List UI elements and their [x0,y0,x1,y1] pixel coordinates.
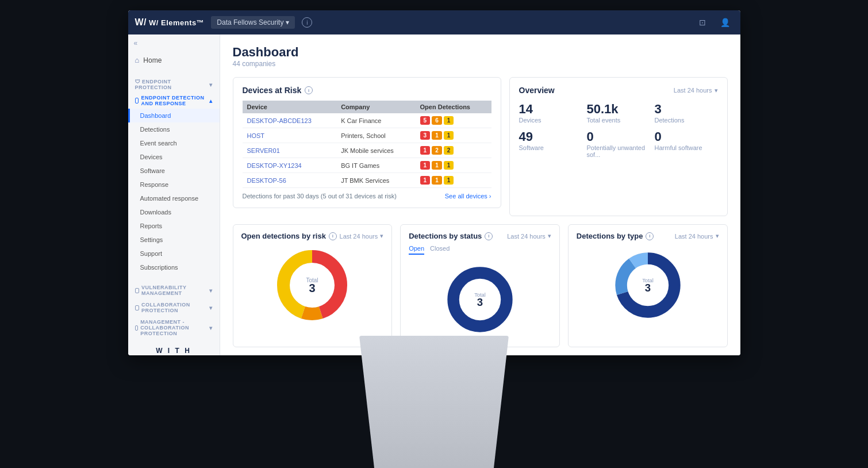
table-row[interactable]: SERVER01JK Mobile services122 [243,143,491,158]
sidebar-item-reports[interactable]: Reports [128,219,220,233]
detection-badge: 3 [420,131,431,140]
sidebar-item-settings[interactable]: Settings [128,233,220,247]
mcp-expand-icon[interactable]: ▾ [209,325,213,331]
device-name: DESKTOP-ABCDE123 [243,113,337,128]
badge-group-cell: 111 [416,173,491,188]
sidebar-section-ep-label: 🛡 ENDPOINT PROTECTION [135,79,210,90]
detections-status-info-icon[interactable]: i [485,232,493,240]
sidebar-section-edr: ENDPOINT DETECTION AND RESPONSE ▴ [128,93,220,109]
sidebar-item-automated-response[interactable]: Automated response [128,191,220,205]
overview-stat: 0Harmful software [655,131,718,158]
overview-time-label: Last 24 hours [674,87,712,94]
open-detections-info-icon[interactable]: i [329,232,337,240]
chart-detections-type-title: Detections by type i [577,232,654,240]
sidebar-collapse-button[interactable]: « [128,34,220,52]
sidebar: « ⌂ Home 🛡 ENDPOINT PROTECTION ▾ ENDPOIN… [128,34,220,355]
devices-at-risk-card: Devices at Risk i Device Company Open De… [233,77,501,208]
chart-detections-type: Detections by type i Last 24 hours ▾ [568,224,728,347]
overview-section: Overview Last 24 hours ▾ 14Devices50.1kT… [509,77,728,216]
table-row[interactable]: DESKTOP-XY1234BG IT Games111 [243,158,491,173]
overview-header: Overview Last 24 hours ▾ [519,86,718,95]
page-title: Dashboard [233,45,728,60]
detections-type-time-filter[interactable]: Last 24 hours ▾ [675,232,719,240]
sidebar-section-management-collab: MANAGEMENT - COLLABORATION PROTECTION ▾ [128,316,220,339]
devices-at-risk-info-icon[interactable]: i [305,86,313,94]
stat-value: 3 [655,103,718,116]
sidebar-home-label: Home [143,56,162,64]
table-row[interactable]: HOSTPrinters, School311 [243,128,491,143]
tenant-selector[interactable]: Data Fellows Security ▾ [211,16,295,29]
company-name: Printers, School [336,128,415,143]
detections-status-time-filter[interactable]: Last 24 hours ▾ [507,232,551,240]
company-name: JT BMK Services [336,173,415,188]
edr-expand-icon[interactable]: ▴ [209,98,213,104]
device-name: SERVER01 [243,143,337,158]
sidebar-item-software[interactable]: Software [128,164,220,178]
user-icon[interactable]: 👤 [717,14,733,30]
overview-stat: 0Potentially unwanted sof... [587,131,650,158]
sidebar-section-endpoint-protection: 🛡 ENDPOINT PROTECTION ▾ [128,75,220,93]
chevron-down-icon: ▾ [286,18,289,26]
detection-badge: 1 [444,131,454,140]
monitor-stand [359,336,509,468]
svg-text:3: 3 [477,296,483,308]
see-all-devices-link[interactable]: See all devices › [445,193,491,200]
info-icon[interactable]: i [302,17,312,28]
home-icon: ⌂ [135,56,140,64]
overview-stat: 3Detections [655,103,718,124]
chart-open-detections-header: Open detections by risk i Last 24 hours … [241,232,384,240]
detection-badge: 1 [432,161,442,170]
detection-badge: 1 [420,146,431,155]
overview-card: Overview Last 24 hours ▾ 14Devices50.1kT… [509,77,728,216]
tab-open[interactable]: Open [409,245,424,255]
charts-row: Open detections by risk i Last 24 hours … [233,224,728,347]
sidebar-item-support[interactable]: Support [128,247,220,260]
badge-group-cell: 561 [416,113,491,128]
sidebar-section-edr-label: ENDPOINT DETECTION AND RESPONSE [135,95,210,106]
stat-value: 50.1k [587,103,650,116]
device-name: DESKTOP-56 [243,173,337,188]
help-icon[interactable]: ⊡ [694,14,710,30]
badge-group-cell: 122 [416,143,491,158]
company-name: BG IT Games [336,158,415,173]
sidebar-item-event-search[interactable]: Event search [128,136,220,150]
tenant-name: Data Fellows Security [217,18,283,26]
badge-group: 111 [420,176,487,185]
company-name: K Car Finance [336,113,415,128]
overview-time-filter[interactable]: Last 24 hours ▾ [674,87,718,94]
open-detections-time-filter[interactable]: Last 24 hours ▾ [340,232,384,240]
table-row[interactable]: DESKTOP-56JT BMK Services111 [243,173,491,188]
tab-closed[interactable]: Closed [430,245,450,255]
detections-type-donut: Total 3 [577,245,719,325]
brand-w-mark: W/ [135,17,147,28]
detection-badge: 2 [444,146,454,155]
detections-status-tabs: Open Closed [409,245,551,255]
cp-expand-icon[interactable]: ▾ [209,305,213,311]
vm-expand-icon[interactable]: ▾ [209,287,213,294]
detections-type-info-icon[interactable]: i [646,232,654,240]
sidebar-item-detections[interactable]: Detections [128,122,220,136]
stat-label: Detections [655,117,718,124]
page-subtitle: 44 companies [233,60,728,68]
ep-expand-icon[interactable]: ▾ [209,82,213,88]
detections-summary: Detections for past 30 days (5 out of 31… [243,193,397,200]
badge-group: 122 [420,146,487,155]
company-name: JK Mobile services [336,143,415,158]
sidebar-item-dashboard[interactable]: Dashboard [128,109,220,122]
sidebar-item-devices[interactable]: Devices [128,150,220,164]
chart-detections-status-header: Detections by status i Last 24 hours ▾ [409,232,551,240]
sidebar-item-response[interactable]: Response [128,178,220,191]
sidebar-item-home[interactable]: ⌂ Home [128,52,220,68]
sidebar-footer: W I T H secure [128,339,220,355]
chart-detections-status: Detections by status i Last 24 hours ▾ O… [400,224,560,347]
svg-text:3: 3 [309,282,316,294]
table-row[interactable]: DESKTOP-ABCDE123K Car Finance561 [243,113,491,128]
badge-group: 311 [420,131,487,140]
top-row: Devices at Risk i Device Company Open De… [233,77,728,216]
stat-label: Software [519,144,582,151]
chevron-down-icon-ds: ▾ [548,232,551,240]
sidebar-item-subscriptions[interactable]: Subscriptions [128,260,220,274]
detection-badge: 2 [432,146,442,155]
sidebar-item-downloads[interactable]: Downloads [128,205,220,219]
chevron-down-icon-dt: ▾ [716,232,719,240]
